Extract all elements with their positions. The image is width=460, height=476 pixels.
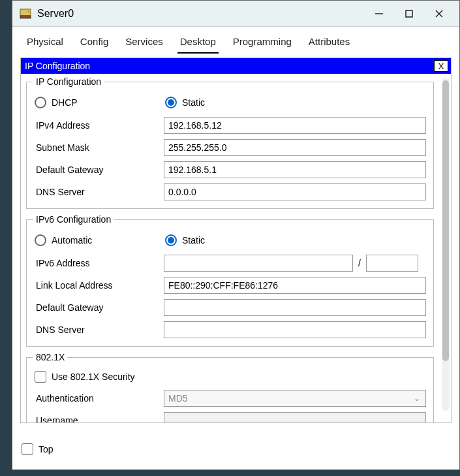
use-8021x-checkbox[interactable]: Use 802.1X Security <box>33 366 427 387</box>
default-gateway-input[interactable] <box>164 161 426 178</box>
radio-icon <box>35 234 46 246</box>
link-local-input[interactable] <box>164 277 426 294</box>
radio-label: Static <box>182 235 205 246</box>
vertical-scrollbar[interactable] <box>442 78 450 411</box>
app-window: Server0 Physical Config Services Desktop… <box>12 0 460 470</box>
authentication-label: Authentication <box>33 393 164 404</box>
ipv6-gateway-input[interactable] <box>164 299 426 316</box>
radio-static[interactable]: Static <box>164 97 294 108</box>
ipv6-dns-label: DNS Server <box>33 325 164 335</box>
ipv4-address-label: IPv4 Address <box>33 120 164 131</box>
close-button[interactable] <box>424 3 454 24</box>
username-label: Username <box>33 415 164 422</box>
window-controls <box>364 3 454 24</box>
ipv6-gateway-label: Default Gateway <box>33 302 164 313</box>
tab-desktop[interactable]: Desktop <box>177 33 219 54</box>
scroll-thumb[interactable] <box>442 80 449 361</box>
minimize-button[interactable] <box>364 3 394 24</box>
bottom-bar: Top <box>20 441 452 458</box>
tab-attributes[interactable]: Attributes <box>306 33 352 54</box>
dns-server-label: DNS Server <box>33 187 164 197</box>
radio-icon <box>35 97 46 108</box>
radio-dhcp[interactable]: DHCP <box>33 97 164 108</box>
dot1x-legend: 802.1X <box>33 352 67 362</box>
link-local-label: Link Local Address <box>33 280 164 291</box>
radio-automatic[interactable]: Automatic <box>33 234 164 246</box>
radio-static-v6[interactable]: Static <box>164 234 294 246</box>
tab-services[interactable]: Services <box>123 33 166 54</box>
authentication-value: MD5 <box>168 393 188 404</box>
panel-body: IP Configuration DHCP Static IPv4 Addres… <box>21 74 439 422</box>
top-checkbox[interactable]: Top <box>20 439 54 460</box>
use-8021x-label: Use 802.1X Security <box>52 372 135 382</box>
content-panel: IP Configuration X IP Configuration DHCP <box>20 57 452 423</box>
prefix-slash: / <box>353 258 366 268</box>
panel-header: IP Configuration X <box>21 58 451 74</box>
svg-rect-4 <box>406 10 412 17</box>
server-icon <box>19 7 32 20</box>
top-label: Top <box>38 444 54 454</box>
maximize-button[interactable] <box>394 3 424 24</box>
tab-physical[interactable]: Physical <box>24 33 66 54</box>
svg-point-2 <box>28 10 29 12</box>
authentication-select[interactable]: MD5 ⌄ <box>164 390 426 407</box>
tab-programming[interactable]: Programming <box>230 33 294 54</box>
ipv6-legend: IPv6 Configuration <box>33 214 114 225</box>
checkbox-icon <box>22 443 33 455</box>
ipv6-address-input[interactable] <box>164 255 353 272</box>
ipv4-group: IP Configuration DHCP Static IPv4 Addres… <box>26 76 434 209</box>
chevron-down-icon: ⌄ <box>414 394 420 403</box>
panel-title: IP Configuration <box>25 61 90 71</box>
radio-icon <box>165 97 177 108</box>
radio-label: DHCP <box>52 97 78 108</box>
window-title: Server0 <box>37 8 364 20</box>
ipv4-address-input[interactable] <box>164 117 426 134</box>
radio-label: Static <box>182 97 205 108</box>
svg-rect-1 <box>20 16 31 18</box>
radio-icon <box>165 234 177 246</box>
default-gateway-label: Default Gateway <box>33 165 164 175</box>
radio-label: Automatic <box>52 235 92 246</box>
dns-server-input[interactable] <box>164 183 426 200</box>
tab-bar: Physical Config Services Desktop Program… <box>12 27 459 54</box>
tab-config[interactable]: Config <box>78 33 111 54</box>
username-input[interactable] <box>164 412 426 422</box>
ipv6-address-label: IPv6 Address <box>33 258 164 268</box>
titlebar[interactable]: Server0 <box>12 1 459 27</box>
checkbox-icon <box>35 371 46 383</box>
ipv6-prefix-input[interactable] <box>366 255 418 272</box>
ipv4-legend: IP Configuration <box>33 76 104 87</box>
ipv6-group: IPv6 Configuration Automatic Static IPv6… <box>26 214 434 347</box>
dot1x-group: 802.1X Use 802.1X Security Authenticatio… <box>26 352 434 422</box>
subnet-mask-input[interactable] <box>164 139 426 156</box>
subnet-mask-label: Subnet Mask <box>33 142 164 153</box>
ipv6-dns-input[interactable] <box>164 321 426 338</box>
panel-close-button[interactable]: X <box>434 60 448 72</box>
